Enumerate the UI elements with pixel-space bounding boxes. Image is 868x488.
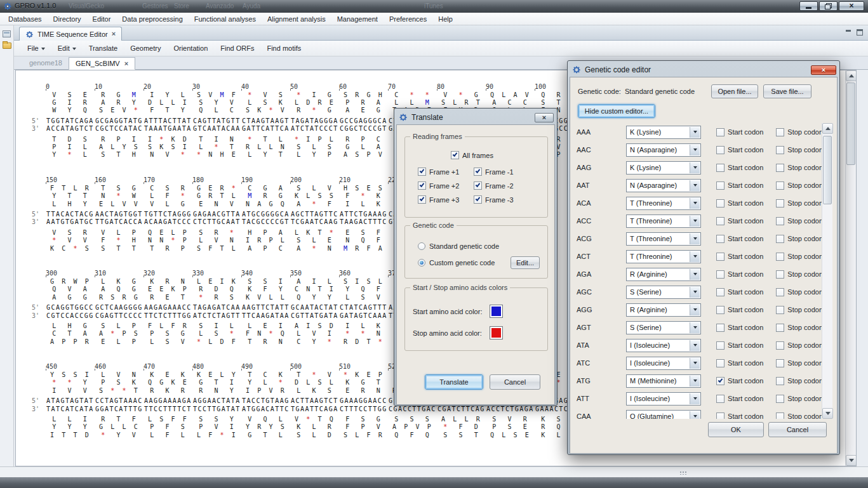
stop-codon-checkbox[interactable]: Stop codon	[776, 146, 823, 154]
folder-icon[interactable]	[3, 43, 11, 49]
menubar-item-preferences[interactable]: Preferences	[384, 14, 432, 24]
restore-window-button[interactable]	[819, 1, 838, 11]
stop-codon-checkbox[interactable]: Stop codon	[776, 253, 823, 261]
view-tab-sequence-editor[interactable]: TIME Sequence Editor ×	[19, 27, 122, 41]
close-tab-icon[interactable]: ×	[124, 60, 128, 67]
start-codon-checkbox[interactable]: Start codon	[716, 359, 763, 367]
scroll-down-button[interactable]	[846, 455, 857, 466]
start-codon-checkbox[interactable]: Start codon	[716, 181, 763, 190]
open-file-button[interactable]: Open file...	[711, 84, 758, 98]
checkbox-frame-1[interactable]: Frame -1	[474, 168, 530, 176]
checkbox-frame-2[interactable]: Frame -2	[474, 181, 530, 190]
menubar-item-management[interactable]: Management	[331, 14, 384, 24]
amino-acid-select[interactable]: I (Isoleucine)	[626, 339, 701, 352]
start-codon-checkbox[interactable]: Start codon	[716, 270, 763, 279]
hide-custom-editor-button[interactable]: Hide custom editor...	[578, 104, 655, 118]
start-codon-checkbox[interactable]: Start codon	[716, 324, 763, 332]
start-codon-checkbox[interactable]: Start codon	[716, 412, 763, 419]
stop-codon-checkbox[interactable]: Stop codon	[776, 164, 823, 172]
restore-view-icon[interactable]	[3, 30, 11, 37]
stop-codon-checkbox[interactable]: Stop codon	[776, 181, 823, 190]
document-tab-genome18[interactable]: genome18	[23, 56, 69, 69]
checkbox-frame-3[interactable]: Frame -3	[474, 195, 530, 204]
amino-acid-select[interactable]: M (Methionine)	[626, 374, 701, 388]
start-codon-checkbox[interactable]: Start codon	[716, 199, 763, 208]
menubar-item-directory[interactable]: Directory	[48, 14, 87, 24]
amino-acid-select[interactable]: I (Isoleucine)	[626, 357, 701, 370]
close-gce-dialog-button[interactable]: ×	[811, 65, 836, 75]
amino-acid-select[interactable]: S (Serine)	[626, 321, 701, 334]
stop-codon-checkbox[interactable]: Stop codon	[776, 288, 823, 296]
toolbar-button-translate[interactable]: Translate	[83, 43, 123, 54]
translate-button[interactable]: Translate	[425, 374, 483, 390]
checkbox-frame-1[interactable]: Frame +1	[418, 168, 474, 176]
start-color-swatch[interactable]	[490, 305, 503, 318]
translate-dialog-titlebar[interactable]: Translate ×	[396, 110, 555, 124]
amino-acid-select[interactable]: Q (Glutamine)	[626, 410, 701, 419]
start-codon-checkbox[interactable]: Start codon	[716, 217, 763, 225]
menubar-item-editor[interactable]: Editor	[87, 14, 117, 24]
stop-codon-checkbox[interactable]: Stop codon	[776, 199, 823, 208]
start-codon-checkbox[interactable]: Start codon	[716, 235, 763, 243]
close-translate-dialog-button[interactable]: ×	[535, 113, 554, 122]
stop-codon-checkbox[interactable]: Stop codon	[776, 217, 823, 225]
codon-list-scrollbar[interactable]	[822, 123, 832, 419]
scroll-up-button[interactable]	[846, 70, 857, 81]
menubar-item-functional-analyses[interactable]: Functional analyses	[189, 14, 262, 24]
toolbar-button-geometry[interactable]: Geometry	[124, 43, 166, 54]
toolbar-button-edit[interactable]: Edit	[52, 43, 82, 54]
stop-codon-checkbox[interactable]: Stop codon	[776, 235, 823, 243]
start-codon-checkbox[interactable]: Start codon	[716, 288, 763, 296]
amino-acid-select[interactable]: I (Isoleucine)	[626, 392, 701, 406]
amino-acid-select[interactable]: N (Asparagine)	[626, 179, 701, 192]
amino-acid-select[interactable]: T (Threonine)	[626, 250, 701, 263]
close-view-tab-icon[interactable]: ×	[112, 30, 116, 37]
menubar-item-help[interactable]: Help	[432, 14, 458, 24]
gce-cancel-button[interactable]: Cancel	[768, 422, 827, 437]
menubar-item-databases[interactable]: Databases	[3, 14, 48, 24]
start-codon-checkbox[interactable]: Start codon	[716, 341, 763, 350]
start-codon-checkbox[interactable]: Start codon	[716, 395, 763, 403]
amino-acid-select[interactable]: N (Asparagine)	[626, 143, 701, 157]
toolbar-button-orientation[interactable]: Orientation	[168, 43, 213, 54]
save-file-button[interactable]: Save file...	[763, 84, 811, 98]
toolbar-button-find-orfs[interactable]: Find ORFs	[215, 43, 260, 54]
stop-codon-checkbox[interactable]: Stop codon	[776, 341, 823, 350]
all-frames-checkbox[interactable]: All frames	[451, 151, 493, 159]
stop-codon-checkbox[interactable]: Stop codon	[776, 377, 823, 385]
checkbox-frame-2[interactable]: Frame +2	[418, 181, 474, 190]
scroll-down-button[interactable]	[822, 408, 833, 419]
start-codon-checkbox[interactable]: Start codon	[716, 128, 763, 136]
stop-codon-checkbox[interactable]: Stop codon	[776, 128, 823, 136]
amino-acid-select[interactable]: S (Serine)	[626, 286, 701, 299]
gce-dialog-titlebar[interactable]: Genetic code editor ×	[570, 63, 838, 77]
stop-codon-checkbox[interactable]: Stop codon	[776, 395, 823, 403]
stop-codon-checkbox[interactable]: Stop codon	[776, 412, 823, 419]
maximize-view-icon[interactable]	[857, 29, 863, 36]
amino-acid-select[interactable]: K (Lysine)	[626, 161, 701, 175]
menubar-item-alignment-analysis[interactable]: Alignment analysis	[262, 14, 331, 24]
edit-genetic-code-button[interactable]: Edit...	[511, 256, 540, 269]
toolbar-button-file[interactable]: File	[22, 43, 51, 54]
minimize-window-button[interactable]	[799, 1, 818, 11]
close-window-button[interactable]: ×	[839, 1, 864, 11]
scrollbar-thumb[interactable]	[823, 136, 832, 204]
amino-acid-select[interactable]: K (Lysine)	[626, 126, 701, 139]
scroll-up-button[interactable]	[822, 123, 833, 134]
standard-genetic-code-radio[interactable]: Standard genetic code	[418, 242, 499, 250]
start-codon-checkbox[interactable]: Start codon	[716, 164, 763, 172]
translate-cancel-button[interactable]: Cancel	[490, 374, 540, 390]
stop-codon-checkbox[interactable]: Stop codon	[776, 270, 823, 279]
amino-acid-select[interactable]: T (Threonine)	[626, 214, 701, 228]
checkbox-frame-3[interactable]: Frame +3	[418, 195, 474, 204]
menubar-item-data-preprocessing[interactable]: Data preprocessing	[116, 14, 188, 24]
amino-acid-select[interactable]: R (Arginine)	[626, 303, 701, 317]
start-codon-checkbox[interactable]: Start codon	[716, 377, 763, 385]
stop-codon-checkbox[interactable]: Stop codon	[776, 359, 823, 367]
start-codon-checkbox[interactable]: Start codon	[716, 253, 763, 261]
start-codon-checkbox[interactable]: Start codon	[716, 306, 763, 314]
stop-codon-checkbox[interactable]: Stop codon	[776, 324, 823, 332]
stop-color-swatch[interactable]	[490, 326, 503, 340]
ok-button[interactable]: OK	[708, 422, 764, 437]
stop-codon-checkbox[interactable]: Stop codon	[776, 306, 823, 314]
